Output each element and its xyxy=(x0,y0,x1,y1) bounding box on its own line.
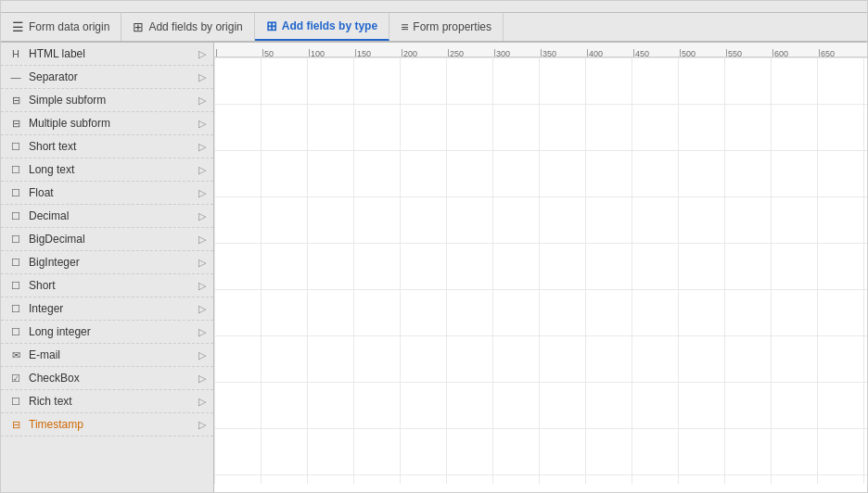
ruler-mark-0 xyxy=(216,49,262,57)
ruler: 50100150200250300350400450500550600650 xyxy=(214,43,867,57)
field-icon-rich-text: ☐ xyxy=(8,394,23,409)
field-icon-big-decimal: ☐ xyxy=(8,232,23,246)
ruler-mark-450: 450 xyxy=(633,49,680,57)
field-arrow-timestamp: ▷ xyxy=(198,419,206,431)
ruler-mark-50: 50 xyxy=(262,49,309,57)
ruler-mark-400: 400 xyxy=(587,49,633,57)
field-icon-big-integer: ☐ xyxy=(8,255,23,270)
field-label-multiple-subform: Multiple subform xyxy=(29,117,110,130)
field-arrow-big-decimal: ▷ xyxy=(198,234,206,246)
left-panel: HHTML label▷—Separator▷⊟Simple subform▷⊟… xyxy=(1,43,214,492)
field-label-float: Float xyxy=(29,186,54,199)
tab-form-data-origin[interactable]: ☰Form data origin xyxy=(1,13,121,41)
tab-label-form-properties: Form properties xyxy=(413,20,491,33)
ruler-mark-600: 600 xyxy=(772,49,819,57)
main-area: HHTML label▷—Separator▷⊟Simple subform▷⊟… xyxy=(1,43,867,492)
field-icon-e-mail: ✉ xyxy=(8,348,23,362)
field-item-timestamp[interactable]: ⊟Timestamp▷ xyxy=(1,413,213,436)
tab-icon-add-fields-by-origin: ⊞ xyxy=(133,19,144,34)
field-label-big-integer: BigInteger xyxy=(29,256,80,269)
field-icon-short: ☐ xyxy=(8,278,23,293)
toolbar: ☰Form data origin⊞Add fields by origin⊞A… xyxy=(1,13,867,43)
field-arrow-short: ▷ xyxy=(198,280,206,292)
field-icon-long-text: ☐ xyxy=(8,162,23,177)
field-label-long-integer: Long integer xyxy=(29,325,91,338)
field-arrow-checkbox: ▷ xyxy=(198,373,206,385)
field-arrow-long-text: ▷ xyxy=(198,164,206,176)
field-item-short-text[interactable]: ☐Short text▷ xyxy=(1,135,213,158)
field-arrow-rich-text: ▷ xyxy=(198,396,206,408)
tab-add-fields-by-origin[interactable]: ⊞Add fields by origin xyxy=(121,13,254,41)
field-label-rich-text: Rich text xyxy=(29,395,72,408)
field-arrow-decimal: ▷ xyxy=(198,210,206,222)
field-icon-float: ☐ xyxy=(8,185,23,200)
field-item-big-decimal[interactable]: ☐BigDecimal▷ xyxy=(1,228,213,251)
field-arrow-long-integer: ▷ xyxy=(198,326,206,338)
tab-add-fields-by-type[interactable]: ⊞Add fields by type xyxy=(255,13,389,41)
field-label-e-mail: E-mail xyxy=(29,348,60,361)
field-item-short[interactable]: ☐Short▷ xyxy=(1,274,213,297)
field-arrow-simple-subform: ▷ xyxy=(198,95,206,107)
canvas-content[interactable] xyxy=(214,57,867,484)
field-label-short-text: Short text xyxy=(29,140,76,153)
field-arrow-e-mail: ▷ xyxy=(198,349,206,361)
tab-label-add-fields-by-origin: Add fields by origin xyxy=(148,20,242,33)
field-item-html-label[interactable]: HHTML label▷ xyxy=(1,43,213,66)
field-icon-separator: — xyxy=(8,70,23,84)
field-icon-html-label: H xyxy=(8,46,23,61)
tab-icon-form-properties: ≡ xyxy=(401,19,408,34)
field-label-integer: Integer xyxy=(29,302,63,315)
field-item-long-integer[interactable]: ☐Long integer▷ xyxy=(1,321,213,344)
field-icon-multiple-subform: ⊟ xyxy=(8,116,23,131)
field-item-multiple-subform[interactable]: ⊟Multiple subform▷ xyxy=(1,112,213,135)
field-icon-checkbox: ☑ xyxy=(8,371,23,386)
field-item-e-mail[interactable]: ✉E-mail▷ xyxy=(1,344,213,367)
field-icon-decimal: ☐ xyxy=(8,209,23,223)
field-item-float[interactable]: ☐Float▷ xyxy=(1,182,213,205)
canvas-area[interactable]: 50100150200250300350400450500550600650 xyxy=(214,43,867,492)
field-arrow-big-integer: ▷ xyxy=(198,257,206,269)
field-label-checkbox: CheckBox xyxy=(29,372,80,385)
field-label-simple-subform: Simple subform xyxy=(29,94,106,107)
field-arrow-integer: ▷ xyxy=(198,303,206,315)
ruler-mark-100: 100 xyxy=(309,49,355,57)
app-container: ☰Form data origin⊞Add fields by origin⊞A… xyxy=(0,0,868,493)
ruler-mark-300: 300 xyxy=(494,49,541,57)
field-label-decimal: Decimal xyxy=(29,209,69,222)
tab-icon-form-data-origin: ☰ xyxy=(12,19,24,34)
field-item-simple-subform[interactable]: ⊟Simple subform▷ xyxy=(1,89,213,112)
tab-label-form-data-origin: Form data origin xyxy=(29,20,109,33)
field-arrow-short-text: ▷ xyxy=(198,141,206,153)
ruler-mark-500: 500 xyxy=(680,49,726,57)
field-label-separator: Separator xyxy=(29,70,78,83)
field-item-rich-text[interactable]: ☐Rich text▷ xyxy=(1,390,213,413)
field-item-checkbox[interactable]: ☑CheckBox▷ xyxy=(1,367,213,390)
field-arrow-float: ▷ xyxy=(198,187,206,199)
field-item-separator[interactable]: —Separator▷ xyxy=(1,66,213,89)
field-label-big-decimal: BigDecimal xyxy=(29,233,85,246)
field-item-big-integer[interactable]: ☐BigInteger▷ xyxy=(1,251,213,274)
ruler-mark-350: 350 xyxy=(541,49,587,57)
field-arrow-separator: ▷ xyxy=(198,71,206,83)
field-icon-timestamp: ⊟ xyxy=(8,417,23,432)
field-icon-simple-subform: ⊟ xyxy=(8,93,23,107)
title-bar xyxy=(1,1,867,13)
field-icon-long-integer: ☐ xyxy=(8,324,23,339)
tab-icon-add-fields-by-type: ⊞ xyxy=(266,19,277,33)
field-label-timestamp: Timestamp xyxy=(29,418,83,431)
field-item-long-text[interactable]: ☐Long text▷ xyxy=(1,158,213,182)
field-icon-short-text: ☐ xyxy=(8,139,23,154)
field-item-decimal[interactable]: ☐Decimal▷ xyxy=(1,205,213,228)
canvas-grid xyxy=(214,57,867,484)
ruler-mark-650: 650 xyxy=(819,49,865,57)
field-icon-integer: ☐ xyxy=(8,301,23,316)
tab-label-add-fields-by-type: Add fields by type xyxy=(282,19,377,32)
ruler-mark-550: 550 xyxy=(726,49,772,57)
field-arrow-multiple-subform: ▷ xyxy=(198,118,206,130)
field-label-short: Short xyxy=(29,279,56,292)
field-label-html-label: HTML label xyxy=(29,47,85,60)
tab-form-properties[interactable]: ≡Form properties xyxy=(389,13,504,41)
field-item-integer[interactable]: ☐Integer▷ xyxy=(1,297,213,321)
ruler-mark-250: 250 xyxy=(448,49,494,57)
field-arrow-html-label: ▷ xyxy=(198,48,206,60)
